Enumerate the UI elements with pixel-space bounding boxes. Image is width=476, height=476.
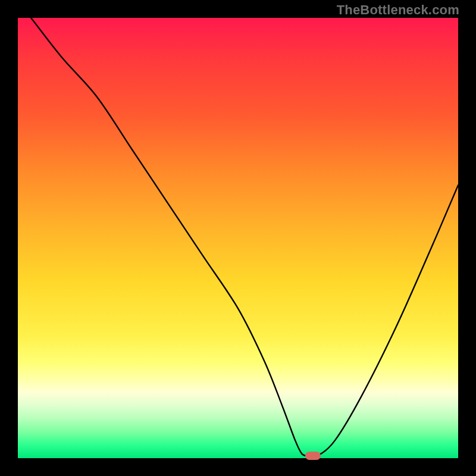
attribution-label: TheBottleneck.com	[337, 2, 459, 18]
chart-frame: TheBottleneck.com	[0, 0, 476, 476]
optimal-marker	[305, 452, 321, 460]
plot-area	[18, 18, 458, 458]
bottleneck-curve	[18, 18, 458, 458]
